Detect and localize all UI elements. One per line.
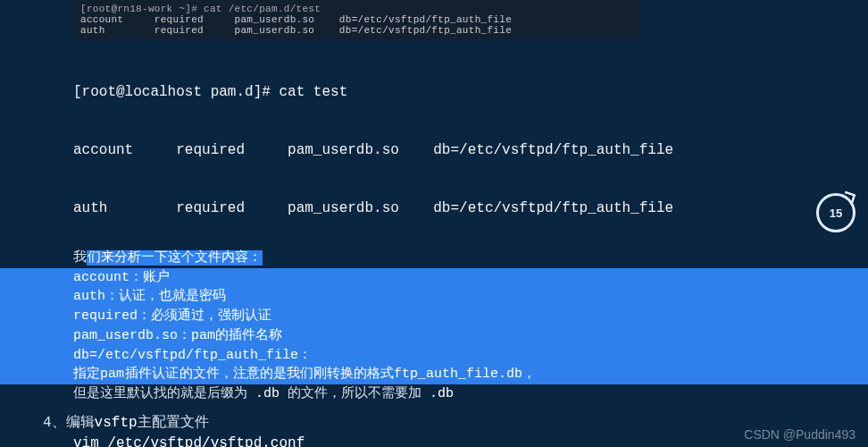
skip-badge[interactable]: 15: [816, 193, 855, 232]
analysis-line: 但是这里默认找的就是后缀为 .db 的文件，所以不需要加 .db: [73, 384, 868, 404]
analysis-line: account：账户: [73, 268, 832, 288]
analysis-line: 指定pam插件认证的文件，注意的是我们刚转换的格式ftp_auth_file.d…: [73, 365, 832, 384]
analysis-line: required：必须通过，强制认证: [73, 307, 832, 326]
terminal-prompt: [root@localhost pam.d]# cat test: [73, 83, 868, 103]
analysis-line: db=/etc/vsftpd/ftp_auth_file：: [73, 346, 832, 366]
analysis-line: pam_userdb.so：pam的插件名称: [73, 326, 832, 346]
inner-term-header: [root@rn18-work ~]# cat /etc/pam.d/test: [80, 4, 634, 14]
analysis-text: 我们来分析一下这个文件内容：: [73, 249, 868, 268]
inner-term-row: auth required pam_userdb.so db=/etc/vsft…: [80, 25, 634, 36]
terminal-row: account required pam_userdb.so db=/etc/v…: [73, 141, 868, 161]
terminal-output: [root@localhost pam.d]# cat test account…: [73, 45, 868, 238]
analysis-highlight-block: account：账户 auth：认证，也就是密码 required：必须通过，强…: [0, 268, 868, 385]
inner-term-row: account required pam_userdb.so db=/etc/v…: [80, 14, 634, 25]
inner-terminal-snapshot: [root@rn18-work ~]# cat /etc/pam.d/test …: [73, 0, 641, 39]
analysis-line: auth：认证，也就是密码: [73, 287, 832, 307]
terminal-row: auth required pam_userdb.so db=/etc/vsft…: [73, 199, 868, 219]
analysis-tail: 但是这里默认找的就是后缀为 .db 的文件，所以不需要加 .db: [73, 384, 868, 404]
analysis-line-intro: 我们来分析一下这个文件内容：: [73, 249, 868, 268]
watermark: CSDN @Puddin493: [744, 427, 855, 442]
